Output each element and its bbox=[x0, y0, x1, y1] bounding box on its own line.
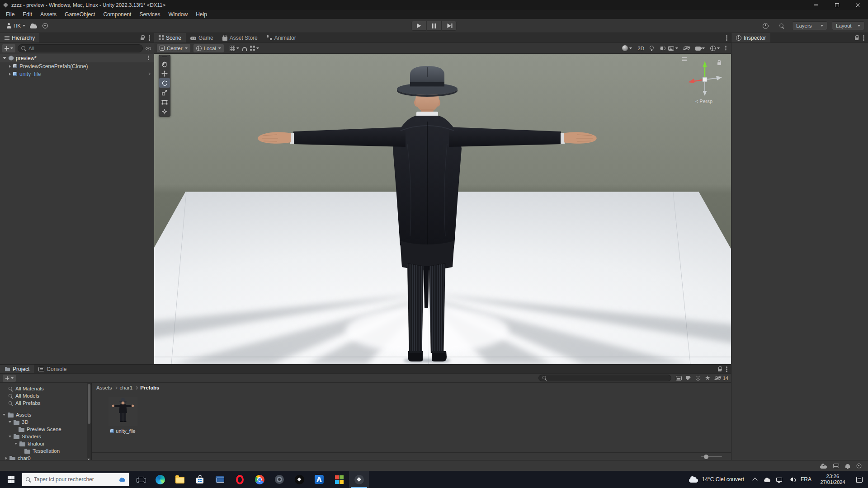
taskbar-app-chrome[interactable] bbox=[250, 471, 269, 488]
task-view-button[interactable] bbox=[132, 471, 150, 488]
language-indicator[interactable]: FRA bbox=[797, 471, 815, 488]
rect-tool-button[interactable] bbox=[159, 97, 170, 107]
audio-toggle-icon[interactable] bbox=[660, 47, 663, 50]
folder-shaders[interactable]: Shaders bbox=[0, 433, 91, 440]
cloud-button[interactable] bbox=[28, 21, 39, 31]
rotate-tool-button[interactable] bbox=[159, 78, 170, 88]
snap-toggle-button[interactable] bbox=[242, 45, 247, 51]
gizmo-center-cube[interactable] bbox=[703, 77, 707, 82]
hierarchy-search-input[interactable] bbox=[28, 46, 139, 51]
menu-gameobject[interactable]: GameObject bbox=[61, 10, 99, 19]
cloud-offline-icon[interactable] bbox=[820, 465, 827, 469]
taskbar-app-edge[interactable] bbox=[150, 471, 170, 488]
folder-khaloui[interactable]: khaloui bbox=[0, 440, 91, 447]
taskbar-app-unity-editor[interactable] bbox=[349, 471, 369, 488]
asset-label-row[interactable]: unity_file bbox=[104, 428, 142, 434]
label-filter-icon[interactable] bbox=[686, 376, 691, 380]
weather-widget[interactable]: 14°C Ciel couvert bbox=[684, 476, 749, 483]
services-button[interactable] bbox=[39, 21, 51, 31]
panel-menu-icon[interactable] bbox=[726, 366, 727, 368]
tab-project[interactable]: Project bbox=[0, 365, 34, 373]
folder-assets[interactable]: Assets bbox=[0, 411, 91, 418]
expand-open-icon[interactable] bbox=[14, 443, 17, 445]
taskbar-app-grid[interactable] bbox=[329, 471, 349, 488]
scene-toolbar-menu-icon[interactable] bbox=[725, 46, 726, 47]
tray-network[interactable] bbox=[773, 471, 785, 488]
hidden-items-counter[interactable]: 14 bbox=[715, 375, 728, 381]
breadcrumb-assets[interactable]: Assets bbox=[96, 385, 112, 390]
tray-onedrive[interactable] bbox=[761, 471, 773, 488]
hierarchy-row-previewsceneprefab[interactable]: PreviewScenePrefab(Clone) bbox=[0, 62, 154, 70]
open-prefab-arrow[interactable] bbox=[147, 72, 151, 75]
tab-inspector[interactable]: Inspector bbox=[731, 33, 770, 42]
grid-snap-size-button[interactable] bbox=[250, 46, 259, 51]
info-icon[interactable] bbox=[696, 375, 700, 380]
gizmo-menu-icon[interactable] bbox=[682, 57, 687, 61]
favorite-all-models[interactable]: All Models bbox=[0, 392, 91, 399]
taskbar-app-blue[interactable] bbox=[309, 471, 329, 488]
tray-overflow-button[interactable] bbox=[749, 471, 761, 488]
expand-open-icon[interactable] bbox=[9, 421, 11, 423]
gizmo-persp-label[interactable]: < Persp bbox=[695, 99, 712, 104]
menu-file[interactable]: File bbox=[2, 10, 19, 19]
taskbar-app-capture[interactable] bbox=[269, 471, 289, 488]
project-search-input[interactable] bbox=[549, 375, 668, 381]
menu-window[interactable]: Window bbox=[164, 10, 192, 19]
taskbar-search-input[interactable] bbox=[34, 476, 116, 483]
thumbnail-zoom-slider[interactable] bbox=[701, 456, 722, 457]
close-button[interactable] bbox=[847, 0, 868, 10]
play-button[interactable] bbox=[412, 21, 427, 31]
maximize-button[interactable] bbox=[826, 0, 847, 10]
effects-toggle-button[interactable] bbox=[668, 46, 678, 51]
taskbar-app-unity-hub[interactable] bbox=[289, 471, 309, 488]
taskbar-app-opera[interactable] bbox=[230, 471, 250, 488]
open-in-search-icon[interactable] bbox=[676, 376, 682, 380]
camera-settings-button[interactable] bbox=[695, 46, 705, 51]
notifications-bell-icon[interactable] bbox=[845, 464, 850, 468]
gizmos-button[interactable] bbox=[710, 46, 720, 51]
expand-closed-icon[interactable] bbox=[9, 73, 11, 75]
lighting-toggle-icon[interactable] bbox=[650, 46, 654, 50]
undo-history-button[interactable] bbox=[760, 21, 771, 31]
scrollbar-thumb[interactable] bbox=[88, 384, 90, 424]
global-search-button[interactable] bbox=[776, 21, 788, 31]
lock-icon[interactable] bbox=[855, 38, 859, 41]
expand-closed-icon[interactable] bbox=[9, 65, 11, 68]
layout-dropdown[interactable]: Layout bbox=[832, 21, 864, 30]
menu-assets[interactable]: Assets bbox=[36, 10, 61, 19]
favorite-all-materials[interactable]: All Materials bbox=[0, 385, 91, 392]
scene-options-icon[interactable] bbox=[148, 56, 149, 56]
expand-open-icon[interactable] bbox=[9, 436, 11, 437]
tab-asset-store[interactable]: Asset Store bbox=[218, 33, 262, 42]
scene-visibility-icon[interactable] bbox=[684, 46, 690, 50]
create-object-button[interactable] bbox=[2, 44, 15, 52]
tab-game[interactable]: Game bbox=[186, 33, 218, 42]
lock-icon[interactable] bbox=[141, 38, 144, 41]
expand-closed-icon[interactable] bbox=[5, 457, 7, 460]
project-search[interactable] bbox=[538, 375, 671, 381]
tab-hierarchy[interactable]: Hierarchy bbox=[0, 33, 39, 42]
step-button[interactable] bbox=[442, 21, 457, 31]
taskbar-app-store[interactable] bbox=[190, 471, 210, 488]
menu-services[interactable]: Services bbox=[135, 10, 164, 19]
pivot-mode-button[interactable]: Center bbox=[157, 44, 190, 52]
menu-component[interactable]: Component bbox=[99, 10, 135, 19]
pause-button[interactable] bbox=[427, 21, 442, 31]
import-activity-icon[interactable] bbox=[833, 464, 839, 468]
scene-viewport[interactable]: < Persp bbox=[154, 54, 731, 364]
folder-tree-scrollbar[interactable] bbox=[87, 383, 91, 460]
minimize-button[interactable] bbox=[806, 0, 826, 10]
tab-animator[interactable]: Animator bbox=[262, 33, 301, 42]
panel-menu-icon[interactable] bbox=[726, 35, 727, 37]
taskbar-clock[interactable]: 23:26 27/01/2024 bbox=[815, 471, 851, 488]
favorite-icon[interactable] bbox=[705, 375, 710, 380]
move-tool-button[interactable] bbox=[159, 69, 170, 78]
account-button[interactable]: HK bbox=[4, 21, 28, 31]
tab-console[interactable]: Console bbox=[34, 365, 71, 373]
background-progress-icon[interactable] bbox=[857, 463, 862, 468]
scale-tool-button[interactable] bbox=[159, 88, 170, 97]
grid-visibility-button[interactable] bbox=[230, 46, 239, 51]
layers-dropdown[interactable]: Layers bbox=[792, 21, 827, 30]
hierarchy-row-scene[interactable]: preview* bbox=[0, 54, 154, 62]
panel-menu-icon[interactable] bbox=[149, 35, 150, 37]
